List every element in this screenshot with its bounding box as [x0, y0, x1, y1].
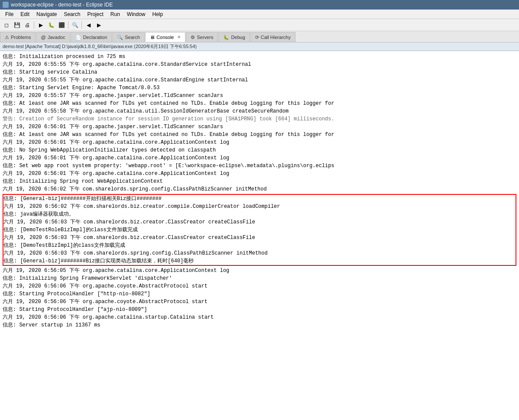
javadoc-icon: @ — [41, 35, 45, 40]
tab-servers-label: Servers — [197, 35, 213, 40]
log-line: 信息: Server startup in 11367 ms — [3, 321, 516, 329]
log-line: 六月 19, 2020 6:56:01 下午 org.apache.catali… — [3, 170, 516, 178]
tab-debug[interactable]: 🐛 Debug — [218, 32, 250, 42]
log-line: 信息: [DemoTestRoleBizImpl]的class文件加载完成 — [3, 226, 516, 234]
callhierarchy-icon: ⟳ — [255, 35, 259, 40]
toolbar-sep-3 — [81, 21, 82, 29]
log-line: 信息: At least one JAR was scanned for TLD… — [3, 100, 516, 107]
toolbar-new-btn[interactable]: ◻ — [2, 20, 11, 30]
log-line: 六月 19, 2020 6:56:01 下午 org.apache.catali… — [3, 139, 516, 146]
log-line: 信息: [General-biz]########开始扫描相关Biz接口####… — [3, 195, 516, 203]
log-line: 六月 19, 2020 6:56:03 下午 com.sharelords.bi… — [3, 234, 516, 242]
menu-window[interactable]: Window — [123, 10, 149, 18]
tabs-container: ⚠ Problems @ Javadoc 📄 Declaration 🔍 Sea… — [0, 31, 519, 42]
log-line: 信息: Initializing Spring FrameworkServlet… — [3, 275, 516, 282]
log-line: 信息: [General-biz]########Biz接口实现类动态加载结束，… — [3, 257, 516, 265]
eclipse-icon — [3, 2, 9, 8]
log-line: 信息: java编译器获取成功。 — [3, 210, 516, 218]
toolbar-print-btn[interactable]: 🖨 — [23, 20, 32, 30]
toolbar: ◻ 💾 🖨 ▶ 🐛 ⬛ 🔍 ◀ ▶ — [0, 19, 519, 31]
tab-debug-label: Debug — [231, 35, 245, 40]
servers-icon: ⚙ — [191, 35, 195, 40]
tab-javadoc[interactable]: @ Javadoc — [36, 32, 70, 42]
window-title: workspace-eclipse - demo-test - Eclipse … — [11, 2, 113, 8]
log-line: 六月 19, 2020 6:55:55 下午 org.apache.catali… — [3, 61, 516, 68]
toolbar-save-btn[interactable]: 💾 — [12, 20, 22, 30]
declaration-icon: 📄 — [75, 35, 81, 40]
log-line: 信息: No Spring WebApplicationInitializer … — [3, 146, 516, 154]
tab-console-label: Console — [156, 35, 174, 40]
toolbar-search-btn[interactable]: 🔍 — [70, 20, 80, 30]
path-bar: demo-test [Apache Tomcat] D:\java\jdk1.8… — [0, 42, 519, 51]
log-line: 信息: Starting service Catalina — [3, 68, 516, 76]
log-line: 六月 19, 2020 6:56:06 下午 org.apache.coyote… — [3, 282, 516, 290]
menu-project[interactable]: Project — [84, 10, 107, 18]
tab-javadoc-label: Javadoc — [48, 35, 65, 40]
highlight-section: 信息: [General-biz]########开始扫描相关Biz接口####… — [3, 194, 516, 266]
toolbar-sep-2 — [68, 21, 68, 29]
log-line: 六月 19, 2020 6:56:05 下午 org.apache.catali… — [3, 267, 516, 275]
log-line: 六月 19, 2020 6:55:57 下午 org.apache.jasper… — [3, 92, 516, 100]
menu-navigate[interactable]: Navigate — [33, 10, 60, 18]
log-line: 信息: Initializing Spring root WebApplicat… — [3, 178, 516, 185]
log-line: 信息: Set web app root system property: 'w… — [3, 162, 516, 170]
problems-icon: ⚠ — [5, 35, 9, 40]
log-line: 六月 19, 2020 6:55:58 下午 org.apache.catali… — [3, 107, 516, 115]
toolbar-back-btn[interactable]: ◀ — [84, 20, 93, 30]
menu-bar: File Edit Navigate Search Project Run Wi… — [0, 10, 519, 19]
log-line: 信息: [DemoTestBizImpl]的class文件加载完成 — [3, 242, 516, 249]
tab-callhierarchy-label: Call Hierarchy — [261, 35, 291, 40]
menu-run[interactable]: Run — [107, 10, 123, 18]
log-line: 警告: Creation of SecureRandom instance fo… — [3, 115, 516, 123]
toolbar-stop-btn[interactable]: ⬛ — [57, 20, 66, 30]
log-line: 信息: At least one JAR was scanned for TLD… — [3, 131, 516, 139]
console-close-btn[interactable]: ✕ — [177, 35, 181, 39]
tab-declaration-label: Declaration — [83, 35, 107, 40]
log-line: 六月 19, 2020 6:56:06 下午 org.apache.coyote… — [3, 298, 516, 306]
log-line: 六月 19, 2020 6:56:01 下午 org.apache.catali… — [3, 154, 516, 162]
debug-icon: 🐛 — [223, 35, 229, 40]
menu-help[interactable]: Help — [149, 10, 167, 18]
log-line: 六月 19, 2020 6:56:03 下午 com.sharelords.bi… — [3, 218, 516, 226]
search-icon: 🔍 — [117, 35, 123, 40]
log-line: 信息: Starting ProtocolHandler ["http-nio-… — [3, 290, 516, 298]
log-line: 信息: Starting ProtocolHandler ["ajp-nio-8… — [3, 306, 516, 313]
toolbar-debug-btn[interactable]: 🐛 — [46, 20, 56, 30]
tab-search-label: Search — [125, 35, 140, 40]
log-line: 六月 19, 2020 6:56:03 下午 com.sharelords.sp… — [3, 249, 516, 257]
tab-servers[interactable]: ⚙ Servers — [186, 32, 218, 42]
log-line: 六月 19, 2020 6:56:02 下午 com.sharelords.bi… — [3, 203, 516, 210]
console-area[interactable]: 信息: Initialization processed in 725 ms六月… — [0, 51, 519, 420]
title-bar: workspace-eclipse - demo-test - Eclipse … — [0, 0, 519, 10]
tab-declaration[interactable]: 📄 Declaration — [71, 32, 112, 42]
toolbar-run-btn[interactable]: ▶ — [36, 20, 45, 30]
toolbar-sep-1 — [34, 21, 34, 29]
tab-console[interactable]: 🖥 Console ✕ — [145, 32, 185, 42]
console-icon: 🖥 — [150, 35, 155, 40]
log-line: 信息: Initialization processed in 725 ms — [3, 53, 516, 61]
menu-file[interactable]: File — [2, 10, 17, 18]
toolbar-forward-btn[interactable]: ▶ — [94, 20, 104, 30]
tab-search[interactable]: 🔍 Search — [112, 32, 145, 42]
log-line: 六月 19, 2020 6:56:06 下午 org.apache.catali… — [3, 313, 516, 321]
tab-problems-label: Problems — [11, 35, 31, 40]
menu-edit[interactable]: Edit — [17, 10, 33, 18]
log-line: 六月 19, 2020 6:56:01 下午 org.apache.jasper… — [3, 123, 516, 131]
log-line: 六月 19, 2020 6:56:02 下午 com.sharelords.sp… — [3, 185, 516, 193]
menu-search[interactable]: Search — [60, 10, 84, 18]
log-line: 信息: Starting Servlet Engine: Apache Tomc… — [3, 84, 516, 92]
log-line: 六月 19, 2020 6:55:55 下午 org.apache.catali… — [3, 76, 516, 84]
tab-callhierarchy[interactable]: ⟳ Call Hierarchy — [250, 32, 295, 42]
path-text: demo-test [Apache Tomcat] D:\java\jdk1.8… — [3, 43, 197, 50]
tab-problems[interactable]: ⚠ Problems — [0, 32, 36, 42]
